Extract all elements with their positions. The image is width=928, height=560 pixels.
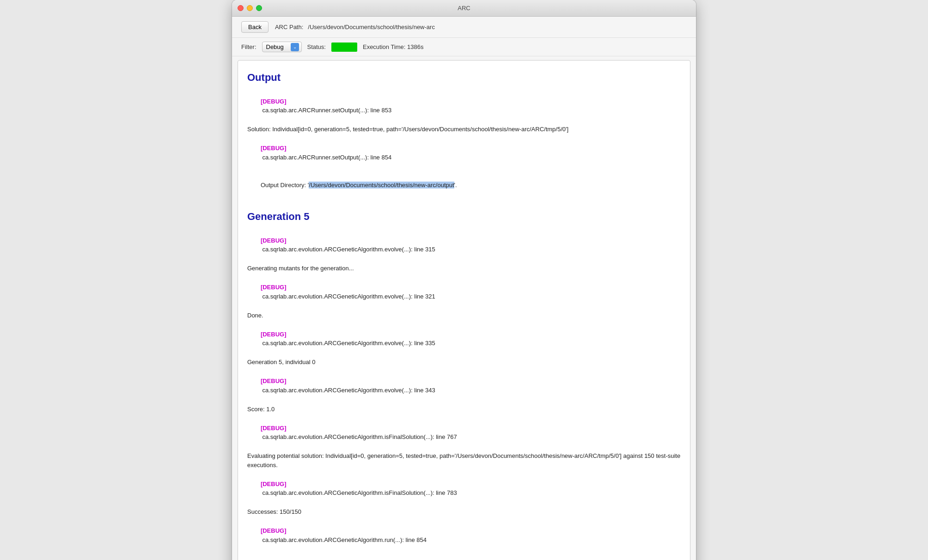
- log-line: Score: 1.0: [247, 405, 681, 414]
- filter-label: Filter:: [241, 43, 256, 50]
- log-line: Generation 5, individual 0: [247, 358, 681, 367]
- execution-time-label: Execution Time: 1386s: [363, 43, 424, 50]
- debug-tag: [DEBUG]: [261, 377, 287, 384]
- status-label: Status:: [307, 43, 326, 50]
- window-title: ARC: [458, 5, 470, 12]
- arc-path-label: ARC Path:: [275, 24, 303, 30]
- log-line: [DEBUG] ca.sqrlab.arc.evolution.ARCGenet…: [247, 414, 681, 450]
- log-line: [DEBUG] ca.sqrlab.arc.evolution.ARCGenet…: [247, 321, 681, 357]
- section-spacer: [247, 200, 681, 207]
- debug-tag: [DEBUG]: [261, 527, 287, 534]
- log-section-output: Output [DEBUG] ca.sqrlab.arc.ARCRunner.s…: [247, 70, 681, 199]
- toolbar: Back ARC Path: /Users/devon/Documents/sc…: [232, 17, 696, 38]
- log-line: Solution: Individual[id=0, generation=5,…: [247, 125, 681, 134]
- log-line: Generating mutants for the generation...: [247, 264, 681, 273]
- section-title-output: Output: [247, 70, 681, 85]
- log-line: Evaluating potential solution: Individua…: [247, 451, 681, 469]
- log-line: [DEBUG] ca.sqrlab.arc.evolution.ARCGenet…: [247, 368, 681, 404]
- close-button[interactable]: [238, 5, 244, 11]
- debug-tag: [DEBUG]: [261, 425, 287, 432]
- log-line: Successes: 150/150: [247, 507, 681, 517]
- debug-tag: [DEBUG]: [261, 237, 287, 244]
- log-line: [DEBUG] ca.sqrlab.arc.evolution.ARCGenet…: [247, 517, 681, 554]
- traffic-lights: [238, 5, 262, 11]
- log-line: Done.: [247, 311, 681, 320]
- log-line: [DEBUG] ca.sqrlab.arc.evolution.ARCGenet…: [247, 274, 681, 310]
- log-line: [DEBUG] ca.sqrlab.arc.ARCRunner.setOutpu…: [247, 135, 681, 171]
- main-window: ARC Back ARC Path: /Users/devon/Document…: [232, 0, 696, 560]
- debug-tag: [DEBUG]: [261, 98, 287, 105]
- filter-select[interactable]: Debug Info Warning Error: [262, 42, 302, 52]
- maximize-button[interactable]: [256, 5, 262, 11]
- filter-bar: Filter: Debug Info Warning Error ⌄ Statu…: [232, 38, 696, 56]
- log-line: [DEBUG] ca.sqrlab.arc.evolution.ARCGenet…: [247, 227, 681, 263]
- highlighted-path: /Users/devon/Documents/school/thesis/new…: [309, 182, 454, 189]
- debug-tag: [DEBUG]: [261, 331, 287, 338]
- log-line: [DEBUG] ca.sqrlab.arc.ARCRunner.setOutpu…: [247, 88, 681, 124]
- section-title-generation5: Generation 5: [247, 209, 681, 224]
- debug-tag: [DEBUG]: [261, 284, 287, 291]
- debug-tag: [DEBUG]: [261, 145, 287, 152]
- debug-tag: [DEBUG]: [261, 481, 287, 487]
- filter-select-wrapper: Debug Info Warning Error ⌄: [262, 42, 302, 52]
- log-line: Output Directory: '/Users/devon/Document…: [247, 172, 681, 199]
- back-button[interactable]: Back: [241, 21, 269, 33]
- log-section-generation5: Generation 5 [DEBUG] ca.sqrlab.arc.evolu…: [247, 209, 681, 554]
- status-indicator: [331, 43, 357, 52]
- title-bar: ARC: [232, 0, 696, 17]
- arc-path-value: /Users/devon/Documents/school/thesis/new…: [308, 24, 435, 30]
- log-line: [DEBUG] ca.sqrlab.arc.evolution.ARCGenet…: [247, 470, 681, 506]
- minimize-button[interactable]: [247, 5, 253, 11]
- log-area[interactable]: Output [DEBUG] ca.sqrlab.arc.ARCRunner.s…: [238, 60, 690, 560]
